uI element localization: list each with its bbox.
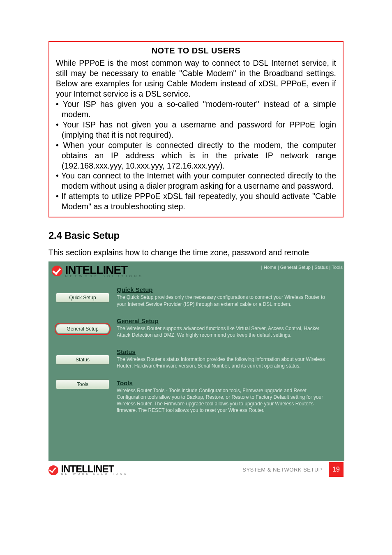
router-body: Quick Setup Quick Setup The Quick Setup … [48,278,344,414]
tools-title[interactable]: Tools [117,379,333,386]
note-bullet-list: Your ISP has given you a so-called "mode… [56,99,336,212]
router-admin-screenshot: INTELLINET NETWORK SOLUTIONS | Home | Ge… [48,261,344,461]
quick-setup-button[interactable]: Quick Setup [56,293,109,303]
tools-desc: Wireless Router Tools - Tools include Co… [117,387,333,414]
note-bullet: You can connect to the Internet with you… [56,171,336,191]
router-nav-text[interactable]: | Home | General Setup | Status | Tools [261,265,343,270]
note-bullet: Your ISP has given you a so-called "mode… [56,99,336,120]
note-bullet: If attempts to utilize PPPoE xDSL fail r… [56,191,336,212]
router-row-tools: Tools Tools Wireless Router Tools - Tool… [56,379,337,414]
checkmark-icon [48,465,58,475]
router-row-quick-setup: Quick Setup Quick Setup The Quick Setup … [56,286,337,307]
note-bullet: Your ISP has not given you a username an… [56,120,336,140]
footer-logo: INTELLINET NETWORK SOLUTIONS [48,464,128,476]
note-title: NOTE TO DSL USERS [56,46,336,56]
section-heading: 2.4 Basic Setup [48,230,344,241]
status-desc: The Wireless Router's status information… [117,356,333,369]
footer-page-number: 19 [329,462,344,477]
note-intro: While PPPoE is the most common way to co… [56,58,336,99]
router-brand-sub: NETWORK SOLUTIONS [65,274,143,278]
quick-setup-desc: The Quick Setup provides only the necess… [117,294,333,307]
status-title[interactable]: Status [117,348,333,355]
status-button[interactable]: Status [56,355,109,365]
footer-section-label: SYSTEM & NETWORK SETUP [242,467,322,473]
checkmark-icon [52,266,62,276]
general-setup-desc: The Wireless Router supports advanced fu… [117,325,333,338]
router-row-general-setup: General Setup General Setup The Wireless… [56,317,337,338]
footer-brand-sub: NETWORK SOLUTIONS [61,472,128,475]
note-to-dsl-users-box: NOTE TO DSL USERS While PPPoE is the mos… [48,41,344,217]
router-header: INTELLINET NETWORK SOLUTIONS | Home | Ge… [48,261,344,278]
quick-setup-title[interactable]: Quick Setup [117,286,333,293]
page-footer: INTELLINET NETWORK SOLUTIONS SYSTEM & NE… [48,462,344,477]
section-intro: This section explains how to change the … [48,248,344,257]
footer-brand: INTELLINET [61,465,128,474]
general-setup-button[interactable]: General Setup [56,324,109,334]
router-row-status: Status Status The Wireless Router's stat… [56,348,337,369]
tools-button[interactable]: Tools [56,379,109,389]
note-bullet: When your computer is connected directly… [56,140,336,171]
router-logo: INTELLINET NETWORK SOLUTIONS [52,264,144,278]
router-top-nav[interactable]: | Home | General Setup | Status | Tools [261,264,343,270]
router-brand: INTELLINET [65,265,143,275]
general-setup-title[interactable]: General Setup [117,317,333,324]
